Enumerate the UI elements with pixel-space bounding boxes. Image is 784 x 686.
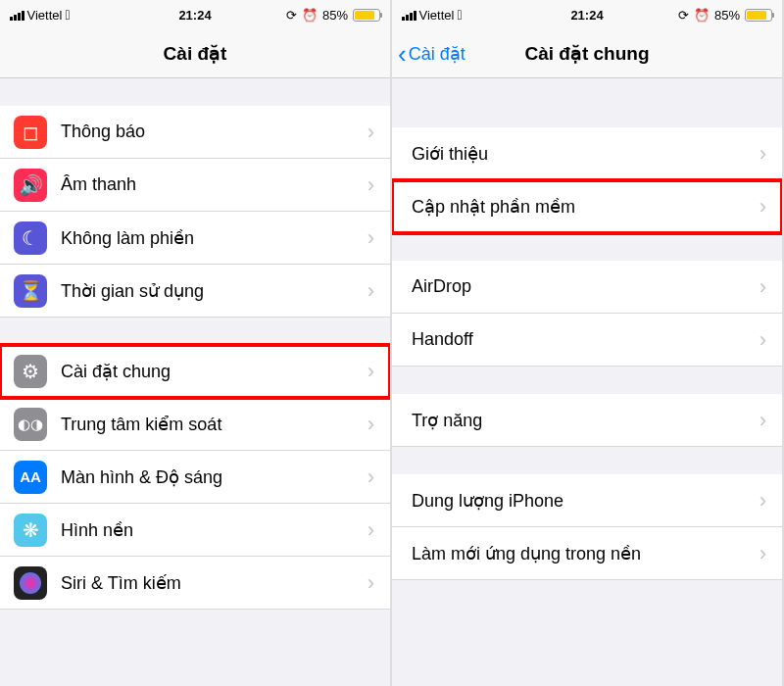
row-notifications[interactable]: ◻︎ Thông báo › xyxy=(0,106,390,159)
alarm-icon: ⏰ xyxy=(694,8,710,23)
moon-icon: ☾ xyxy=(14,221,47,255)
battery-icon xyxy=(353,9,380,22)
chevron-right-icon: › xyxy=(760,274,766,300)
carrier-label: Viettel xyxy=(27,8,63,23)
chevron-right-icon: › xyxy=(368,225,374,251)
siri-icon xyxy=(14,566,47,600)
row-sounds[interactable]: 🔊 Âm thanh › xyxy=(0,159,390,212)
chevron-right-icon: › xyxy=(368,412,374,437)
chevron-right-icon: › xyxy=(760,408,766,433)
row-general[interactable]: ⚙︎ Cài đặt chung › xyxy=(0,345,390,398)
row-label: Trung tâm kiểm soát xyxy=(61,414,368,435)
row-label: Cài đặt chung xyxy=(61,361,368,382)
chevron-right-icon: › xyxy=(760,194,766,220)
row-label: Màn hình & Độ sáng xyxy=(61,466,368,488)
notification-icon: ◻︎ xyxy=(14,116,47,149)
row-storage[interactable]: Dung lượng iPhone › xyxy=(392,474,782,527)
row-about[interactable]: Giới thiệu › xyxy=(392,127,782,180)
clock: 21:24 xyxy=(570,8,603,23)
battery-percent: 85% xyxy=(714,8,740,23)
row-label: Cập nhật phần mềm xyxy=(412,196,760,218)
signal-icon xyxy=(10,9,24,21)
row-handoff[interactable]: Handoff › xyxy=(392,314,782,367)
chevron-right-icon: › xyxy=(368,359,374,384)
chevron-right-icon: › xyxy=(760,488,766,514)
row-bg-refresh[interactable]: Làm mới ứng dụng trong nền › xyxy=(392,527,782,580)
left-screenshot: Viettel 􀙇 21:24 ⟳ ⏰ 85% Cài đặt ◻︎ Thông… xyxy=(0,0,392,686)
row-accessibility[interactable]: Trợ năng › xyxy=(392,394,782,447)
page-title: Cài đặt xyxy=(164,42,227,65)
nav-header: Cài đặt xyxy=(0,29,390,78)
row-siri[interactable]: Siri & Tìm kiếm › xyxy=(0,557,390,610)
hourglass-icon: ⏳ xyxy=(14,274,47,308)
battery-icon xyxy=(745,9,772,22)
chevron-right-icon: › xyxy=(760,541,766,566)
row-label: Thời gian sử dụng xyxy=(61,280,368,302)
chevron-left-icon: ‹ xyxy=(398,41,407,67)
chevron-right-icon: › xyxy=(368,570,374,596)
row-wallpaper[interactable]: ❋ Hình nền › xyxy=(0,504,390,557)
chevron-right-icon: › xyxy=(368,278,374,304)
row-screentime[interactable]: ⏳ Thời gian sử dụng › xyxy=(0,265,390,318)
status-bar: Viettel 􀙇 21:24 ⟳ ⏰ 85% xyxy=(392,0,782,29)
flower-icon: ❋ xyxy=(14,514,47,547)
alarm-icon: ⏰ xyxy=(302,8,318,23)
back-button[interactable]: ‹ Cài đặt xyxy=(398,29,466,77)
chevron-right-icon: › xyxy=(368,517,374,543)
sound-icon: 🔊 xyxy=(14,169,47,202)
clock: 21:24 xyxy=(178,8,211,23)
row-label: Hình nền xyxy=(61,519,368,541)
chevron-right-icon: › xyxy=(368,465,374,490)
back-label: Cài đặt xyxy=(409,43,466,65)
page-title: Cài đặt chung xyxy=(524,42,649,65)
row-label: Không làm phiền xyxy=(61,227,368,249)
gear-icon: ⚙︎ xyxy=(14,355,47,388)
toggles-icon: ◐◑ xyxy=(14,408,47,441)
right-screenshot: Viettel 􀙇 21:24 ⟳ ⏰ 85% ‹ Cài đặt Cài đặ… xyxy=(392,0,784,686)
signal-icon xyxy=(402,9,416,21)
orientation-lock-icon: ⟳ xyxy=(678,8,689,23)
row-label: Âm thanh xyxy=(61,174,368,195)
orientation-lock-icon: ⟳ xyxy=(286,8,297,23)
chevron-right-icon: › xyxy=(368,120,374,145)
chevron-right-icon: › xyxy=(760,327,766,353)
row-airdrop[interactable]: AirDrop › xyxy=(392,261,782,314)
chevron-right-icon: › xyxy=(760,141,766,167)
carrier-label: Viettel xyxy=(419,8,455,23)
row-label: Trợ năng xyxy=(412,410,760,431)
row-label: Thông báo xyxy=(61,122,368,142)
row-label: Siri & Tìm kiếm xyxy=(61,572,368,594)
text-size-icon: AA xyxy=(14,461,47,494)
row-software-update[interactable]: Cập nhật phần mềm › xyxy=(392,180,782,233)
wifi-icon: 􀙇 xyxy=(457,7,462,23)
row-label: Dung lượng iPhone xyxy=(412,490,760,512)
row-label: AirDrop xyxy=(412,276,760,297)
row-label: Handoff xyxy=(412,329,760,350)
wifi-icon: 􀙇 xyxy=(65,7,70,23)
row-control-center[interactable]: ◐◑ Trung tâm kiểm soát › xyxy=(0,398,390,451)
row-label: Giới thiệu xyxy=(412,143,760,165)
battery-percent: 85% xyxy=(322,8,348,23)
row-label: Làm mới ứng dụng trong nền xyxy=(412,543,760,564)
status-bar: Viettel 􀙇 21:24 ⟳ ⏰ 85% xyxy=(0,0,390,29)
nav-header: ‹ Cài đặt Cài đặt chung xyxy=(392,29,782,78)
row-dnd[interactable]: ☾ Không làm phiền › xyxy=(0,212,390,265)
chevron-right-icon: › xyxy=(368,172,374,198)
row-display[interactable]: AA Màn hình & Độ sáng › xyxy=(0,451,390,504)
